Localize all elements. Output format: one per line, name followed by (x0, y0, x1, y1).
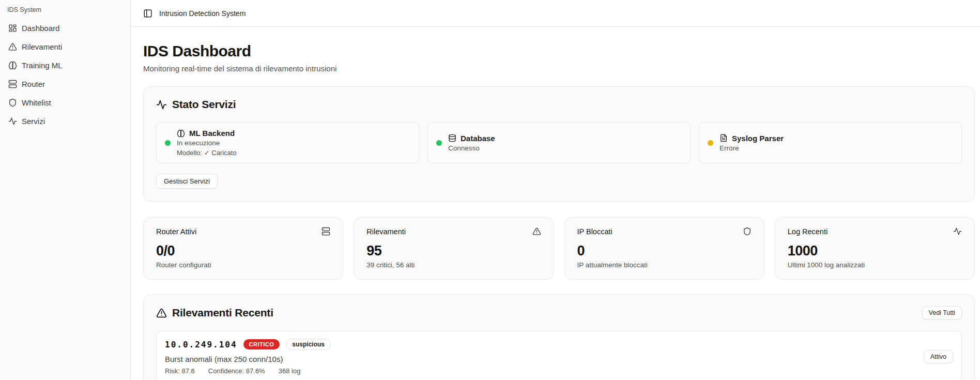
detection-log-count: 368 log (279, 367, 301, 375)
shield-icon (743, 227, 752, 236)
brain-icon (8, 61, 17, 70)
page-subtitle: Monitoring real-time del sistema di rile… (143, 64, 975, 73)
service-name: Syslog Parser (732, 134, 784, 143)
sidebar-item-label: Servizi (22, 117, 45, 126)
stat-value: 1000 (788, 243, 962, 259)
service-status: In esecuzione (177, 139, 237, 147)
page-title: IDS Dashboard (143, 42, 975, 60)
sidebar-nav: Dashboard Rilevamenti Training ML Router… (4, 19, 126, 130)
activity-icon (156, 99, 167, 110)
recent-detections-header: Rilevamenti Recenti Vedi Tutti (156, 306, 962, 320)
service-status: Errore (719, 144, 784, 152)
service-detail: Modello: ✓ Caricato (177, 149, 237, 157)
sidebar-item-rilevamenti[interactable]: Rilevamenti (4, 37, 126, 56)
services-status-header: Stato Servizi (156, 98, 962, 111)
status-dot-green (165, 140, 171, 146)
stat-caption: Router configurati (156, 261, 330, 269)
service-name: Database (461, 134, 495, 143)
sidebar-item-label: Training ML (22, 61, 63, 70)
detection-confidence: Confidence: 87.6% (208, 367, 265, 375)
stat-label: IP Bloccati (577, 227, 612, 236)
activity-icon (953, 227, 962, 236)
file-text-icon (719, 134, 728, 142)
server-icon (321, 227, 330, 236)
stat-card-rilevamenti: Rilevamenti 95 39 critici, 56 alti (354, 217, 554, 280)
sidebar-item-label: Router (22, 80, 45, 88)
stat-label: Rilevamenti (366, 227, 406, 236)
detection-description: Burst anomali (max 250 conn/10s) (165, 355, 331, 363)
detection-active-button[interactable]: Attivo (924, 350, 953, 363)
alert-triangle-icon (8, 42, 17, 51)
service-card-database: Database Connesso (427, 122, 691, 163)
stat-value: 0 (577, 243, 752, 259)
database-icon (448, 134, 456, 142)
main-area: Intrusion Detection System IDS Dashboard… (131, 0, 980, 380)
activity-icon (8, 117, 17, 126)
stat-caption: IP attualmente bloccati (577, 261, 752, 269)
panel-left-toggle-icon[interactable] (143, 9, 152, 18)
service-status: Connesso (448, 144, 495, 152)
shield-icon (8, 98, 17, 107)
service-card-syslog-parser: Syslog Parser Errore (699, 122, 962, 163)
manage-services-button[interactable]: Gestisci Servizi (156, 174, 218, 189)
sidebar-brand: IDS System (4, 5, 126, 19)
brain-icon (177, 129, 185, 138)
recent-detections-card: Rilevamenti Recenti Vedi Tutti 10.0.249.… (143, 294, 975, 380)
detection-ip: 10.0.249.104 (165, 340, 237, 349)
stat-value: 95 (366, 243, 541, 259)
service-name: ML Backend (189, 129, 235, 138)
severity-badge: CRITICO (243, 339, 280, 349)
page-content: IDS Dashboard Monitoring real-time del s… (131, 27, 980, 380)
stat-card-ip-bloccati: IP Bloccati 0 IP attualmente bloccati (564, 217, 764, 280)
stat-caption: Ultimi 1000 log analizzati (788, 261, 962, 269)
stat-label: Router Attivi (156, 227, 196, 236)
sidebar-item-label: Rilevamenti (22, 42, 62, 51)
stat-card-log-recenti: Log Recenti 1000 Ultimi 1000 log analizz… (775, 217, 975, 280)
sidebar-item-dashboard[interactable]: Dashboard (4, 19, 126, 37)
topbar: Intrusion Detection System (131, 0, 980, 27)
stat-card-router-attivi: Router Attivi 0/0 Router configurati (143, 217, 343, 280)
sidebar: IDS System Dashboard Rilevamenti Trainin… (0, 0, 131, 380)
app-window: IDS System Dashboard Rilevamenti Trainin… (0, 0, 980, 380)
stat-value: 0/0 (156, 243, 330, 259)
sidebar-item-label: Whitelist (22, 98, 51, 107)
alert-triangle-icon (532, 227, 541, 236)
detection-risk: Risk: 87.6 (165, 367, 195, 375)
services-grid: ML Backend In esecuzione Modello: ✓ Cari… (156, 122, 962, 163)
recent-detections-title: Rilevamenti Recenti (172, 307, 273, 319)
layout-dashboard-icon (8, 24, 17, 33)
sidebar-item-whitelist[interactable]: Whitelist (4, 93, 126, 112)
detection-row: 10.0.249.104 CRITICO suspicious Burst an… (156, 331, 962, 380)
detection-meta: Risk: 87.6 Confidence: 87.6% 368 log (165, 367, 331, 375)
server-icon (8, 80, 17, 88)
services-status-card: Stato Servizi ML Backend In esecuzione M… (143, 86, 975, 202)
status-dot-green (436, 140, 442, 146)
stat-label: Log Recenti (788, 227, 828, 236)
services-status-title: Stato Servizi (172, 98, 236, 111)
status-dot-yellow (708, 140, 713, 146)
service-card-ml-backend: ML Backend In esecuzione Modello: ✓ Cari… (156, 122, 419, 163)
stat-caption: 39 critici, 56 alti (366, 261, 541, 269)
detection-tag-badge: suspicious (286, 339, 331, 350)
sidebar-item-label: Dashboard (22, 24, 59, 33)
view-all-button[interactable]: Vedi Tutti (922, 306, 962, 320)
topbar-title: Intrusion Detection System (159, 9, 246, 18)
alert-triangle-icon (156, 308, 167, 318)
sidebar-item-router[interactable]: Router (4, 74, 126, 93)
sidebar-item-training-ml[interactable]: Training ML (4, 56, 126, 74)
detection-row-info: 10.0.249.104 CRITICO suspicious Burst an… (165, 339, 331, 375)
sidebar-item-servizi[interactable]: Servizi (4, 112, 126, 130)
stats-grid: Router Attivi 0/0 Router configurati Ril… (143, 217, 975, 280)
